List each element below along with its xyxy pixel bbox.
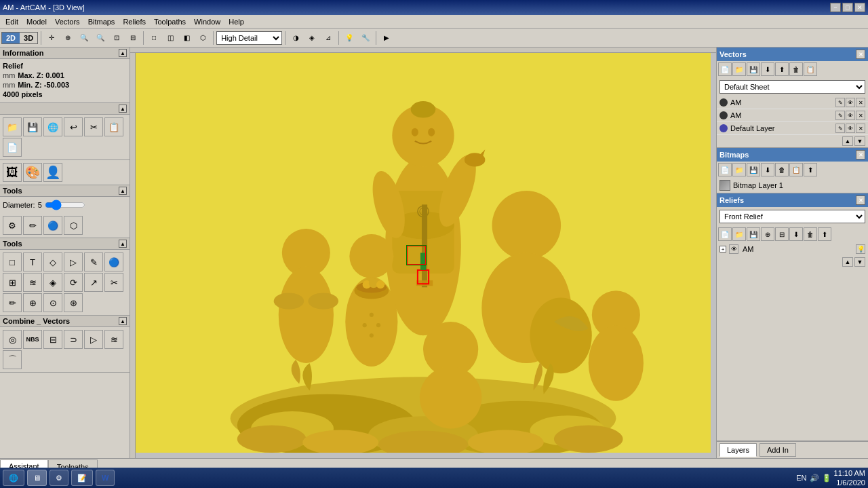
move-tool-button[interactable]: ✛ [44, 31, 59, 45]
bitmaps-collapse-button[interactable]: ✕ [856, 150, 865, 159]
grid-tool[interactable]: ⊞ [3, 273, 22, 292]
reliefs-open-button[interactable]: 📁 [732, 227, 746, 241]
arrow-tool[interactable]: ↗ [84, 273, 103, 292]
vectors-new-button[interactable]: 📄 [718, 62, 732, 76]
reliefs-subtract-button[interactable]: ⊟ [775, 227, 789, 241]
reliefs-up-button[interactable]: ▲ [842, 257, 853, 267]
reliefs-export-button[interactable]: ⬆ [818, 227, 831, 241]
taskbar-app-2[interactable]: ⚙ [50, 470, 68, 486]
combine-subtract[interactable]: ⊟ [43, 330, 62, 349]
layer-del-am1[interactable]: ✕ [856, 98, 865, 107]
layer-vis-default[interactable]: 👁 [846, 124, 855, 133]
undo-button[interactable]: ↩ [64, 117, 83, 136]
transform-tool[interactable]: ⟳ [64, 273, 83, 292]
zoom-out-button[interactable]: 🔍 [93, 31, 108, 45]
bitmaps-delete-button[interactable]: 🗑 [775, 163, 789, 176]
view-perspective-button[interactable]: ⬡ [195, 31, 210, 45]
tools-scroll[interactable]: ▲ [119, 187, 127, 195]
combine-scroll[interactable]: ▲ [119, 317, 127, 325]
bitmaps-new-button[interactable]: 📄 [718, 163, 732, 176]
reliefs-new-button[interactable]: 📄 [718, 227, 732, 241]
edit-nodes-tool[interactable]: ✏ [3, 293, 22, 312]
shading-button[interactable]: ◑ [288, 31, 303, 45]
zoom-select-button[interactable]: ⊟ [125, 31, 140, 45]
close-button[interactable]: ✕ [854, 3, 865, 12]
bezier-tool[interactable]: ◈ [43, 273, 62, 292]
taskbar-chrome[interactable]: 🌐 [3, 470, 24, 486]
paste-button[interactable]: 📄 [3, 138, 22, 157]
bitmaps-export-button[interactable]: ⬆ [804, 163, 817, 176]
vectors-import-button[interactable]: ⬇ [761, 62, 774, 76]
taskbar-word[interactable]: W [96, 470, 115, 486]
reliefs-merge-button[interactable]: ⊕ [761, 227, 774, 241]
model-tool-2[interactable]: 🎨 [23, 163, 42, 182]
combine-union[interactable]: ⊃ [64, 330, 83, 349]
reliefs-delete-button[interactable]: 🗑 [804, 227, 817, 241]
smooth-tool[interactable]: ⊙ [43, 293, 62, 312]
view-top-button[interactable]: ◫ [163, 31, 178, 45]
view-3d-button[interactable]: 3D [20, 33, 37, 43]
circle-tool[interactable]: 🔵 [43, 216, 62, 235]
vectors-collapse-button[interactable]: ✕ [856, 50, 865, 59]
combine-arc[interactable]: ⌒ [3, 350, 22, 369]
diameter-slider[interactable] [45, 200, 85, 210]
export-button[interactable]: 🌐 [43, 117, 62, 136]
vectors-copy-button[interactable]: 📋 [804, 62, 817, 76]
layers-button[interactable]: Layers [719, 443, 757, 457]
trim-tool[interactable]: ✂ [104, 273, 123, 292]
render-button[interactable]: ▶ [379, 31, 394, 45]
menu-vectors[interactable]: Vectors [51, 16, 84, 27]
info-scroll-button[interactable]: ▲ [119, 49, 127, 57]
combine-wave[interactable]: ≋ [104, 330, 123, 349]
diamond-tool[interactable]: ◇ [43, 252, 62, 271]
bitmaps-import-button[interactable]: ⬇ [761, 163, 774, 176]
canvas-inner[interactable] [136, 53, 711, 453]
bitmaps-copy-button[interactable]: 📋 [789, 163, 803, 176]
zoom-in-button[interactable]: 🔍 [77, 31, 92, 45]
add-node-tool[interactable]: ⊕ [23, 293, 42, 312]
layer-del-default[interactable]: ✕ [856, 124, 865, 133]
zoom-fit-button[interactable]: ⊡ [109, 31, 124, 45]
orientation-button[interactable]: ⊿ [321, 31, 336, 45]
combine-arrow[interactable]: ▷ [84, 330, 103, 349]
detail-select[interactable]: High Detail Medium Detail Low Detail [216, 31, 282, 45]
layer-edit-am1[interactable]: ✎ [835, 98, 845, 107]
maximize-button[interactable]: □ [842, 3, 853, 12]
reliefs-collapse-button[interactable]: ✕ [856, 195, 865, 205]
pan-tool-button[interactable]: ⊕ [60, 31, 75, 45]
view-toggle[interactable]: 2D 3D [1, 32, 38, 44]
relief-light-button[interactable]: 💡 [856, 244, 865, 254]
taskbar-app-1[interactable]: 🖥 [27, 470, 47, 486]
view-front-button[interactable]: □ [146, 31, 161, 45]
menu-model[interactable]: Model [22, 16, 51, 27]
hex-tool[interactable]: ⬡ [64, 216, 83, 235]
reliefs-import-button[interactable]: ⬇ [789, 227, 803, 241]
taskbar-app-3[interactable]: 📝 [71, 470, 93, 486]
warp-tool[interactable]: ⊛ [64, 293, 83, 312]
vector-tools-scroll[interactable]: ▲ [119, 240, 127, 248]
copy-button[interactable]: 📋 [104, 117, 123, 136]
view-2d-button[interactable]: 2D [2, 33, 20, 43]
layer-vis-am2[interactable]: 👁 [846, 111, 855, 120]
pattern-tool[interactable]: ≋ [23, 273, 42, 292]
vectors-delete-button[interactable]: 🗑 [789, 62, 803, 76]
view-iso-button[interactable]: ◧ [179, 31, 194, 45]
reliefs-save-button[interactable]: 💾 [747, 227, 760, 241]
add-in-button[interactable]: Add In [760, 443, 796, 457]
menu-bitmaps[interactable]: Bitmaps [84, 16, 119, 27]
layer-edit-am2[interactable]: ✎ [835, 111, 845, 120]
menu-window[interactable]: Window [190, 16, 224, 27]
draw-tool[interactable]: ✏ [23, 216, 42, 235]
menu-help[interactable]: Help [224, 16, 248, 27]
reliefs-type-select[interactable]: Front Relief Back Relief [719, 210, 865, 223]
light-button[interactable]: 💡 [342, 31, 357, 45]
window-controls[interactable]: − □ ✕ [830, 3, 865, 12]
cut-button[interactable]: ✂ [84, 117, 103, 136]
vectors-save-button[interactable]: 💾 [747, 62, 760, 76]
menu-toolpaths[interactable]: Toolpaths [150, 16, 190, 27]
menu-reliefs[interactable]: Reliefs [119, 16, 150, 27]
combine-tool-1[interactable]: ◎ [3, 330, 22, 349]
bitmaps-open-button[interactable]: 📁 [732, 163, 746, 176]
layer-edit-default[interactable]: ✎ [835, 124, 845, 133]
combine-nbs[interactable]: NBS [23, 330, 42, 349]
